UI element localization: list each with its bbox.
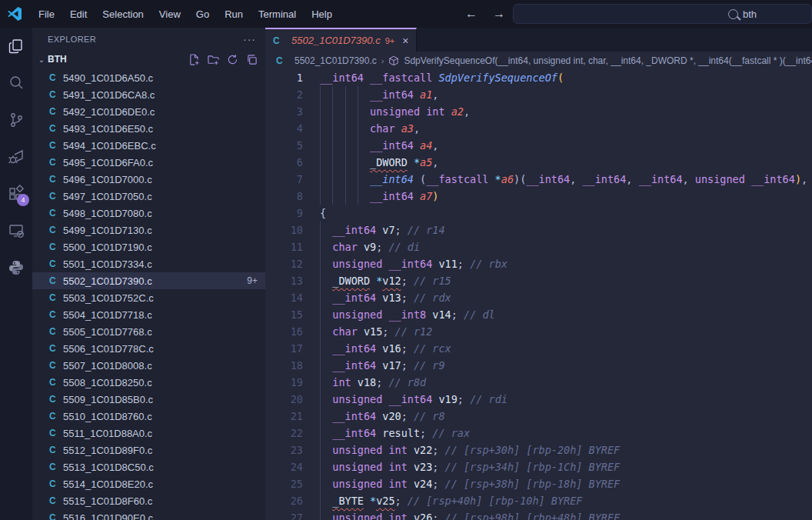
- menu-help[interactable]: Help: [304, 5, 339, 23]
- close-icon[interactable]: ×: [402, 35, 408, 47]
- code-token: __int64: [370, 88, 414, 101]
- file-item[interactable]: C5512_1C01D89F0.c: [32, 442, 265, 458]
- menu-run[interactable]: Run: [218, 5, 250, 23]
- menu-selection[interactable]: Selection: [95, 5, 150, 23]
- line-number[interactable]: 3: [265, 103, 303, 120]
- collapse-folders-button[interactable]: [246, 54, 258, 65]
- file-item[interactable]: C5509_1C01D85B0.c: [32, 391, 265, 408]
- line-number[interactable]: 13: [265, 272, 303, 289]
- activity-explorer-button[interactable]: [0, 28, 32, 65]
- c-file-icon: C: [49, 174, 63, 185]
- line-number[interactable]: 9: [265, 205, 303, 222]
- line-number[interactable]: 6: [265, 154, 303, 171]
- line-number[interactable]: 11: [265, 238, 303, 255]
- line-number[interactable]: 20: [265, 391, 303, 408]
- breadcrumb-symbol[interactable]: SdpVerifySequenceOf(__int64, unsigned in…: [404, 55, 812, 66]
- menu-go[interactable]: Go: [189, 5, 216, 23]
- line-number[interactable]: 2: [265, 86, 303, 103]
- line-number[interactable]: 26: [265, 492, 303, 509]
- explorer-more-actions-button[interactable]: ···: [243, 33, 256, 45]
- file-item[interactable]: C5510_1C01D8760.c: [32, 408, 265, 425]
- line-number[interactable]: 1: [265, 69, 303, 86]
- line-number[interactable]: 17: [265, 340, 303, 357]
- file-item[interactable]: C5490_1C01D6A50.c: [32, 69, 265, 86]
- file-item[interactable]: C5495_1C01D6FA0.c: [32, 154, 265, 171]
- file-item[interactable]: C5498_1C01D7080.c: [32, 205, 265, 222]
- refresh-button[interactable]: [227, 54, 238, 65]
- line-number[interactable]: 22: [265, 425, 303, 442]
- file-item[interactable]: C5505_1C01D7768.c: [32, 323, 265, 340]
- line-number[interactable]: 24: [265, 458, 303, 475]
- activity-source-control-button[interactable]: [0, 102, 32, 138]
- code-token: (: [557, 72, 564, 84]
- line-number[interactable]: 19: [265, 374, 303, 391]
- file-item[interactable]: C5493_1C01D6E50.c: [32, 120, 265, 137]
- line-number[interactable]: 14: [265, 289, 303, 306]
- file-item[interactable]: C5496_1C01D7000.c: [32, 171, 265, 188]
- file-name: 5496_1C01D7000.c: [63, 174, 152, 185]
- file-item[interactable]: C5508_1C01D8250.c: [32, 374, 265, 391]
- line-number[interactable]: 15: [265, 306, 303, 323]
- code-line: 27unsigned int v26; // [rsp+98h] [rbp+48…: [265, 509, 812, 520]
- file-item[interactable]: C5513_1C01D8C50.c: [32, 458, 265, 475]
- file-item[interactable]: C5499_1C01D7130.c: [32, 222, 265, 238]
- c-file-icon: C: [49, 208, 63, 218]
- file-item[interactable]: C5506_1C01D778C.c: [32, 340, 265, 357]
- code-token: __int64: [751, 173, 795, 185]
- activity-python-button[interactable]: [0, 249, 32, 286]
- breadcrumb-file[interactable]: 5502_1C01D7390.c: [295, 55, 377, 66]
- line-number[interactable]: 25: [265, 475, 303, 492]
- code-token: // rcx: [414, 342, 451, 355]
- nav-back-button[interactable]: ←: [465, 7, 478, 21]
- file-item[interactable]: C5511_1C01D88A0.c: [32, 425, 265, 442]
- code-line: 10__int64 v7; // r14: [265, 222, 812, 238]
- file-item[interactable]: C5503_1C01D752C.c: [32, 289, 265, 306]
- file-item[interactable]: C5515_1C01D8F60.c: [32, 492, 265, 509]
- activity-remote-explorer-button[interactable]: [0, 212, 32, 249]
- menu-file[interactable]: File: [32, 5, 62, 23]
- code-token: // r12: [395, 325, 433, 338]
- line-number[interactable]: 12: [265, 255, 303, 272]
- line-number[interactable]: 8: [265, 188, 303, 205]
- file-item[interactable]: C5494_1C01D6EBC.c: [32, 137, 265, 154]
- code-token: unsigned: [332, 308, 382, 321]
- nav-forward-button[interactable]: →: [493, 7, 505, 21]
- file-item[interactable]: C5516_1C01D90E0.c: [32, 509, 265, 520]
- file-item[interactable]: C5500_1C01D7190.c: [32, 238, 265, 255]
- command-center-search[interactable]: bth: [513, 4, 812, 24]
- file-item[interactable]: C5514_1C01D8E20.c: [32, 475, 265, 492]
- file-name: 5507_1C01D8008.c: [63, 360, 152, 372]
- file-item[interactable]: C5491_1C01D6CA8.c: [32, 86, 265, 103]
- file-item[interactable]: C5501_1C01D7334.c: [32, 255, 265, 272]
- line-content: __int64 a7): [320, 188, 438, 205]
- folder-section-bth[interactable]: ⌄ BTH: [32, 51, 265, 68]
- line-number[interactable]: 5: [265, 137, 303, 154]
- line-number[interactable]: 18: [265, 357, 303, 374]
- menu-edit[interactable]: Edit: [63, 5, 94, 23]
- c-file-icon: C: [49, 462, 63, 472]
- activity-extensions-button[interactable]: 4: [0, 175, 32, 212]
- line-number[interactable]: 21: [265, 408, 303, 425]
- file-item[interactable]: C5497_1C01D7050.c: [32, 188, 265, 205]
- file-item[interactable]: C5492_1C01D6DE0.c: [32, 103, 265, 120]
- code-token: [420, 105, 426, 118]
- line-number[interactable]: 27: [265, 509, 303, 520]
- file-item[interactable]: C5502_1C01D7390.c9+: [32, 272, 265, 289]
- menu-terminal[interactable]: Terminal: [251, 5, 303, 23]
- line-number[interactable]: 16: [265, 323, 303, 340]
- file-item[interactable]: C5507_1C01D8008.c: [32, 357, 265, 374]
- file-item[interactable]: C5504_1C01D7718.c: [32, 306, 265, 323]
- line-number[interactable]: 4: [265, 120, 303, 137]
- line-number[interactable]: 23: [265, 442, 303, 458]
- new-file-button[interactable]: [188, 54, 200, 65]
- activity-run-debug-button[interactable]: [0, 138, 32, 175]
- new-folder-button[interactable]: [208, 54, 219, 65]
- line-number[interactable]: 10: [265, 222, 303, 238]
- menu-view[interactable]: View: [152, 5, 188, 23]
- code-token: ;: [376, 376, 388, 388]
- line-number[interactable]: 7: [265, 171, 303, 188]
- tab-5502-1c01d7390[interactable]: C 5502_1C01D7390.c 9+ ×: [265, 28, 417, 52]
- activity-search-button[interactable]: [0, 65, 32, 102]
- code-editor[interactable]: 1__int64 __fastcall SdpVerifySequenceOf(…: [265, 69, 812, 520]
- indent-guides: [320, 357, 332, 374]
